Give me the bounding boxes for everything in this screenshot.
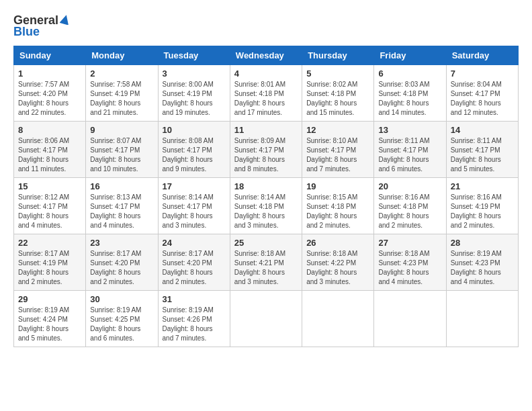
calendar-header-row: SundayMondayTuesdayWednesdayThursdayFrid… xyxy=(14,46,519,65)
calendar-cell: 13 Sunrise: 8:11 AM Sunset: 4:17 PM Dayl… xyxy=(374,122,446,178)
svg-marker-0 xyxy=(60,14,71,25)
day-info: Sunrise: 8:14 AM Sunset: 4:17 PM Dayligh… xyxy=(163,193,226,230)
day-number: 29 xyxy=(18,294,81,304)
day-number: 10 xyxy=(163,125,226,135)
calendar-cell: 19 Sunrise: 8:15 AM Sunset: 4:18 PM Dayl… xyxy=(302,178,374,234)
calendar-cell: 21 Sunrise: 8:16 AM Sunset: 4:19 PM Dayl… xyxy=(446,178,518,234)
day-info: Sunrise: 7:57 AM Sunset: 4:20 PM Dayligh… xyxy=(18,80,81,118)
day-info: Sunrise: 8:14 AM Sunset: 4:18 PM Dayligh… xyxy=(234,193,298,230)
day-number: 30 xyxy=(90,294,153,304)
day-number: 11 xyxy=(234,125,298,135)
day-number: 4 xyxy=(234,68,298,79)
calendar-cell: 31 Sunrise: 8:19 AM Sunset: 4:26 PM Dayl… xyxy=(158,291,230,347)
calendar-header-wednesday: Wednesday xyxy=(230,46,302,65)
day-info: Sunrise: 8:00 AM Sunset: 4:19 PM Dayligh… xyxy=(163,80,226,118)
day-number: 9 xyxy=(90,125,153,135)
day-info: Sunrise: 8:19 AM Sunset: 4:25 PM Dayligh… xyxy=(90,306,153,343)
calendar-header-friday: Friday xyxy=(374,46,446,65)
calendar-cell: 26 Sunrise: 8:18 AM Sunset: 4:22 PM Dayl… xyxy=(302,234,374,291)
day-number: 17 xyxy=(163,181,226,191)
calendar-cell xyxy=(446,291,518,347)
calendar-cell: 18 Sunrise: 8:14 AM Sunset: 4:18 PM Dayl… xyxy=(230,178,302,234)
day-info: Sunrise: 8:08 AM Sunset: 4:17 PM Dayligh… xyxy=(163,136,226,174)
day-info: Sunrise: 8:04 AM Sunset: 4:17 PM Dayligh… xyxy=(451,80,514,118)
day-info: Sunrise: 8:19 AM Sunset: 4:23 PM Dayligh… xyxy=(451,249,514,287)
day-number: 25 xyxy=(234,238,298,248)
calendar-cell: 27 Sunrise: 8:18 AM Sunset: 4:23 PM Dayl… xyxy=(374,234,446,291)
day-number: 31 xyxy=(163,294,226,304)
day-number: 19 xyxy=(306,181,369,191)
calendar-cell: 23 Sunrise: 8:17 AM Sunset: 4:20 PM Dayl… xyxy=(86,234,158,291)
day-number: 2 xyxy=(90,68,153,79)
calendar-header-saturday: Saturday xyxy=(446,46,518,65)
calendar-cell: 4 Sunrise: 8:01 AM Sunset: 4:18 PM Dayli… xyxy=(230,65,302,122)
day-number: 22 xyxy=(18,238,81,248)
calendar-header-thursday: Thursday xyxy=(302,46,374,65)
day-info: Sunrise: 8:17 AM Sunset: 4:20 PM Dayligh… xyxy=(90,249,153,287)
day-number: 12 xyxy=(306,125,369,135)
day-number: 14 xyxy=(451,125,514,135)
calendar-cell: 14 Sunrise: 8:11 AM Sunset: 4:17 PM Dayl… xyxy=(446,122,518,178)
calendar-cell: 16 Sunrise: 8:13 AM Sunset: 4:17 PM Dayl… xyxy=(86,178,158,234)
calendar-cell: 5 Sunrise: 8:02 AM Sunset: 4:18 PM Dayli… xyxy=(302,65,374,122)
day-info: Sunrise: 8:11 AM Sunset: 4:17 PM Dayligh… xyxy=(378,136,441,174)
day-number: 7 xyxy=(451,68,514,79)
calendar-week-1: 1 Sunrise: 7:57 AM Sunset: 4:20 PM Dayli… xyxy=(14,65,519,122)
calendar-week-4: 22 Sunrise: 8:17 AM Sunset: 4:19 PM Dayl… xyxy=(14,234,519,291)
calendar-header-sunday: Sunday xyxy=(14,46,86,65)
day-number: 6 xyxy=(378,68,441,79)
calendar-cell: 7 Sunrise: 8:04 AM Sunset: 4:17 PM Dayli… xyxy=(446,65,518,122)
day-info: Sunrise: 8:09 AM Sunset: 4:17 PM Dayligh… xyxy=(234,136,298,174)
day-number: 5 xyxy=(306,68,369,79)
logo: General Blue xyxy=(13,13,71,39)
day-info: Sunrise: 8:01 AM Sunset: 4:18 PM Dayligh… xyxy=(234,80,298,118)
day-info: Sunrise: 8:16 AM Sunset: 4:18 PM Dayligh… xyxy=(378,193,441,230)
day-number: 27 xyxy=(378,238,441,248)
calendar-cell: 29 Sunrise: 8:19 AM Sunset: 4:24 PM Dayl… xyxy=(14,291,86,347)
day-number: 8 xyxy=(18,125,81,135)
day-number: 13 xyxy=(378,125,441,135)
day-info: Sunrise: 8:02 AM Sunset: 4:18 PM Dayligh… xyxy=(306,80,369,118)
calendar-cell xyxy=(302,291,374,347)
calendar-cell: 17 Sunrise: 8:14 AM Sunset: 4:17 PM Dayl… xyxy=(158,178,230,234)
day-info: Sunrise: 8:10 AM Sunset: 4:17 PM Dayligh… xyxy=(306,136,369,174)
calendar-week-3: 15 Sunrise: 8:12 AM Sunset: 4:17 PM Dayl… xyxy=(14,178,519,234)
day-info: Sunrise: 8:19 AM Sunset: 4:26 PM Dayligh… xyxy=(163,306,226,343)
day-info: Sunrise: 8:07 AM Sunset: 4:17 PM Dayligh… xyxy=(90,136,153,174)
calendar-cell: 22 Sunrise: 8:17 AM Sunset: 4:19 PM Dayl… xyxy=(14,234,86,291)
logo-blue: Blue xyxy=(13,25,40,39)
calendar-cell xyxy=(230,291,302,347)
day-info: Sunrise: 8:16 AM Sunset: 4:19 PM Dayligh… xyxy=(451,193,514,230)
day-info: Sunrise: 8:13 AM Sunset: 4:17 PM Dayligh… xyxy=(90,193,153,230)
day-number: 1 xyxy=(18,68,81,79)
calendar-week-2: 8 Sunrise: 8:06 AM Sunset: 4:17 PM Dayli… xyxy=(14,122,519,178)
header: General Blue xyxy=(13,13,519,39)
calendar-body: 1 Sunrise: 7:57 AM Sunset: 4:20 PM Dayli… xyxy=(14,65,519,347)
calendar-cell: 10 Sunrise: 8:08 AM Sunset: 4:17 PM Dayl… xyxy=(158,122,230,178)
calendar-cell: 30 Sunrise: 8:19 AM Sunset: 4:25 PM Dayl… xyxy=(86,291,158,347)
calendar-cell: 15 Sunrise: 8:12 AM Sunset: 4:17 PM Dayl… xyxy=(14,178,86,234)
day-number: 3 xyxy=(163,68,226,79)
calendar-cell: 12 Sunrise: 8:10 AM Sunset: 4:17 PM Dayl… xyxy=(302,122,374,178)
day-number: 15 xyxy=(18,181,81,191)
day-number: 16 xyxy=(90,181,153,191)
day-info: Sunrise: 8:15 AM Sunset: 4:18 PM Dayligh… xyxy=(306,193,369,230)
day-number: 21 xyxy=(451,181,514,191)
calendar-cell: 25 Sunrise: 8:18 AM Sunset: 4:21 PM Dayl… xyxy=(230,234,302,291)
day-info: Sunrise: 8:11 AM Sunset: 4:17 PM Dayligh… xyxy=(451,136,514,174)
calendar: SundayMondayTuesdayWednesdayThursdayFrid… xyxy=(13,46,519,347)
logo-triangle xyxy=(60,14,71,28)
day-info: Sunrise: 8:19 AM Sunset: 4:24 PM Dayligh… xyxy=(18,306,81,343)
day-info: Sunrise: 8:18 AM Sunset: 4:23 PM Dayligh… xyxy=(378,249,441,287)
day-number: 18 xyxy=(234,181,298,191)
day-info: Sunrise: 8:17 AM Sunset: 4:20 PM Dayligh… xyxy=(163,249,226,287)
calendar-cell: 20 Sunrise: 8:16 AM Sunset: 4:18 PM Dayl… xyxy=(374,178,446,234)
calendar-cell xyxy=(374,291,446,347)
calendar-header-monday: Monday xyxy=(86,46,158,65)
calendar-cell: 3 Sunrise: 8:00 AM Sunset: 4:19 PM Dayli… xyxy=(158,65,230,122)
day-info: Sunrise: 8:18 AM Sunset: 4:21 PM Dayligh… xyxy=(234,249,298,287)
day-number: 20 xyxy=(378,181,441,191)
calendar-cell: 9 Sunrise: 8:07 AM Sunset: 4:17 PM Dayli… xyxy=(86,122,158,178)
day-number: 26 xyxy=(306,238,369,248)
day-info: Sunrise: 8:03 AM Sunset: 4:18 PM Dayligh… xyxy=(378,80,441,118)
